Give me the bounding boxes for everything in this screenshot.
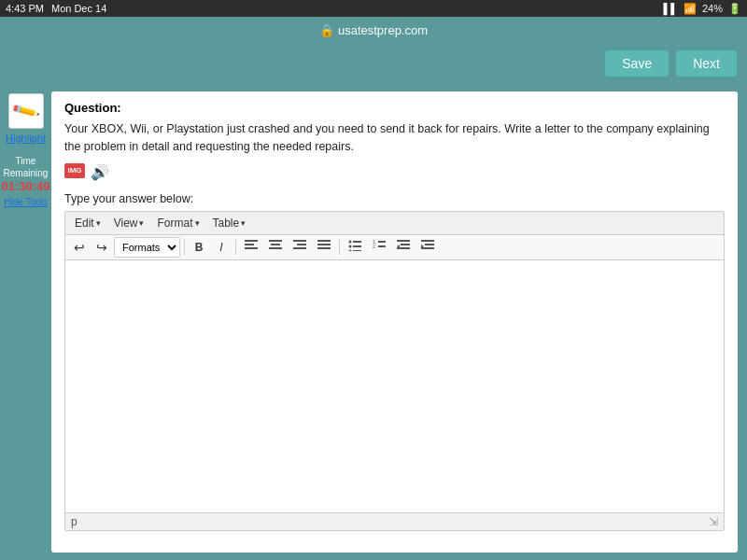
content-panel: Question: Your XBOX, Wii, or Playstation…	[51, 91, 738, 553]
timer-display: 01:30:49	[1, 179, 49, 193]
align-right-button[interactable]	[289, 237, 311, 257]
sidebar: ✏️ Highlight TimeRemaining 01:30:49 Hide…	[0, 84, 51, 560]
svg-point-13	[349, 241, 352, 244]
resize-handle[interactable]: ⇲	[709, 515, 718, 528]
svg-rect-2	[245, 247, 258, 249]
format-menu[interactable]: Format ▾	[151, 215, 204, 231]
editor-footer: p ⇲	[65, 512, 724, 530]
lock-icon: 🔒	[319, 23, 334, 37]
svg-rect-18	[353, 250, 361, 251]
battery-display: 24%	[702, 3, 723, 14]
question-text: Your XBOX, Wii, or Playstation just cras…	[64, 120, 725, 156]
format-menu-caret: ▾	[195, 218, 200, 228]
indent-more-button[interactable]	[416, 237, 439, 257]
question-label: Question:	[64, 101, 725, 115]
editor-toolbar: ↩ ↪ Formats B I	[65, 235, 724, 260]
svg-rect-0	[245, 240, 258, 242]
top-toolbar: Save Next	[0, 43, 747, 84]
svg-rect-27	[421, 240, 434, 242]
svg-rect-8	[297, 244, 306, 245]
url-text: usatestprep.com	[338, 23, 428, 37]
status-left: 4:43 PM Mon Dec 14	[6, 3, 106, 14]
image-icon[interactable]: IMG	[64, 163, 85, 178]
svg-rect-20	[378, 241, 386, 243]
status-right: ▌▌ 📶 24% 🔋	[663, 3, 741, 15]
table-menu[interactable]: Table ▾	[207, 215, 252, 231]
svg-rect-24	[401, 244, 410, 245]
time-remaining-container: TimeRemaining 01:30:49	[1, 155, 49, 193]
align-center-button[interactable]	[264, 237, 287, 257]
time-remaining-label: TimeRemaining	[1, 155, 49, 179]
svg-rect-11	[317, 244, 331, 245]
formats-select[interactable]: Formats	[114, 237, 180, 258]
editor-menubar: Edit ▾ View ▾ Format ▾ Table ▾	[65, 212, 724, 235]
editor-path: p	[71, 515, 78, 528]
svg-rect-5	[271, 244, 280, 245]
status-bar: 4:43 PM Mon Dec 14 ▌▌ 📶 24% 🔋	[0, 0, 747, 17]
save-button[interactable]: Save	[604, 49, 669, 77]
svg-rect-4	[269, 240, 282, 242]
highlight-label[interactable]: Highlight	[6, 133, 46, 144]
editor-body[interactable]	[65, 260, 724, 512]
battery-icon: 🔋	[728, 3, 741, 15]
table-menu-caret: ▾	[241, 218, 246, 228]
toolbar-separator-2	[235, 240, 236, 255]
signal-icon: ▌▌	[663, 3, 678, 14]
justify-button[interactable]	[313, 237, 335, 257]
svg-point-15	[349, 245, 352, 248]
date-display: Mon Dec 14	[51, 3, 106, 14]
svg-text:2.: 2.	[373, 244, 376, 249]
svg-rect-1	[245, 244, 254, 245]
next-button[interactable]: Next	[675, 49, 738, 77]
bullet-list-button[interactable]	[344, 237, 366, 257]
edit-menu[interactable]: Edit ▾	[69, 215, 106, 231]
sound-icon[interactable]: 🔊	[91, 163, 109, 181]
highlight-tool[interactable]: ✏️	[8, 93, 44, 129]
editor-container: Edit ▾ View ▾ Format ▾ Table ▾ ↩	[64, 211, 725, 531]
bold-button[interactable]: B	[189, 238, 209, 257]
svg-rect-16	[353, 245, 361, 247]
view-menu-caret: ▾	[139, 218, 144, 228]
toolbar-separator-1	[184, 240, 185, 255]
svg-rect-12	[317, 247, 331, 249]
svg-rect-28	[425, 244, 434, 245]
italic-button[interactable]: I	[211, 238, 232, 257]
highlight-icon: ✏️	[10, 95, 42, 126]
svg-rect-6	[269, 247, 282, 249]
svg-rect-22	[378, 245, 386, 247]
svg-rect-7	[293, 240, 306, 242]
hide-tools-button[interactable]: Hide Tools	[4, 197, 48, 207]
svg-rect-10	[317, 240, 331, 242]
svg-rect-9	[293, 247, 306, 249]
time-display: 4:43 PM	[6, 3, 44, 14]
svg-rect-14	[353, 241, 361, 243]
svg-rect-29	[421, 247, 434, 249]
media-icons: IMG 🔊	[64, 163, 725, 181]
wifi-icon: 📶	[684, 3, 697, 15]
main-area: ✏️ Highlight TimeRemaining 01:30:49 Hide…	[0, 84, 747, 560]
type-answer-label: Type your answer below:	[64, 192, 725, 205]
indent-less-button[interactable]	[392, 237, 415, 257]
redo-button[interactable]: ↪	[92, 237, 112, 258]
ordered-list-button[interactable]: 1.2.	[368, 237, 390, 257]
undo-button[interactable]: ↩	[69, 237, 90, 258]
url-bar: 🔒 usatestprep.com	[0, 17, 747, 43]
svg-rect-23	[397, 240, 410, 242]
align-left-button[interactable]	[240, 237, 262, 257]
edit-menu-caret: ▾	[96, 218, 101, 228]
toolbar-separator-3	[339, 240, 340, 255]
view-menu[interactable]: View ▾	[108, 215, 150, 231]
svg-point-17	[349, 250, 352, 252]
